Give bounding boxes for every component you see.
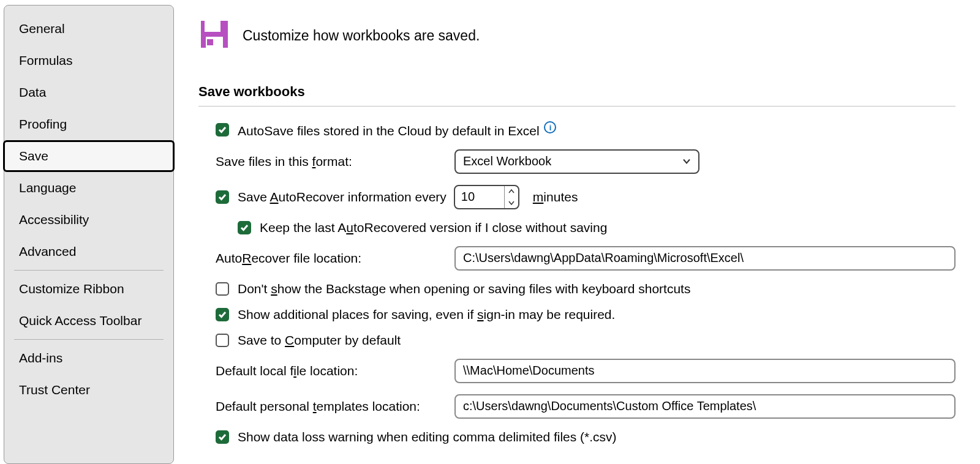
save-computer-label: Save to Computer by default xyxy=(238,333,401,348)
sidebar-item-formulas[interactable]: Formulas xyxy=(4,45,173,77)
keep-last-row: Keep the last AutoRecovered version if I… xyxy=(198,220,956,235)
backstage-checkbox[interactable] xyxy=(216,282,229,296)
section-divider xyxy=(198,106,956,107)
sidebar-item-customize-ribbon[interactable]: Customize Ribbon xyxy=(4,273,173,305)
sidebar-item-accessibility[interactable]: Accessibility xyxy=(4,204,173,236)
backstage-label: Don't show the Backstage when opening or… xyxy=(238,282,690,296)
sidebar-item-proofing[interactable]: Proofing xyxy=(4,108,173,140)
backstage-row: Don't show the Backstage when opening or… xyxy=(198,282,956,296)
additional-places-checkbox[interactable] xyxy=(216,308,229,321)
info-icon[interactable]: i xyxy=(544,121,556,133)
autorecover-interval-spinner[interactable]: 10 xyxy=(454,185,519,209)
spinner-up-button[interactable] xyxy=(505,186,518,197)
sidebar-item-language[interactable]: Language xyxy=(4,172,173,204)
sidebar-item-general[interactable]: General xyxy=(4,13,173,45)
sidebar-item-data[interactable]: Data xyxy=(4,77,173,108)
csv-warning-label: Show data loss warning when editing comm… xyxy=(238,430,617,444)
additional-places-row: Show additional places for saving, even … xyxy=(198,307,956,322)
save-icon xyxy=(198,18,230,53)
local-location-input[interactable]: \\Mac\Home\Documents xyxy=(454,359,956,383)
autosave-checkbox[interactable] xyxy=(216,123,229,137)
page-header: Customize how workbooks are saved. xyxy=(198,18,956,53)
section-title: Save workbooks xyxy=(198,84,956,100)
templates-location-label: Default personal templates location: xyxy=(216,399,454,414)
local-location-label: Default local file location: xyxy=(216,364,454,378)
file-format-select[interactable]: Excel Workbook xyxy=(454,149,699,174)
autorecover-checkbox[interactable] xyxy=(216,190,229,204)
autosave-row: AutoSave files stored in the Cloud by de… xyxy=(198,121,956,138)
additional-places-label: Show additional places for saving, even … xyxy=(238,307,615,322)
csv-warning-checkbox[interactable] xyxy=(216,430,229,444)
minutes-label: minutes xyxy=(533,190,578,204)
svg-rect-1 xyxy=(205,21,221,32)
templates-location-input[interactable]: c:\Users\dawng\Documents\Custom Office T… xyxy=(454,394,956,419)
autorecover-location-row: AutoRecover file location: C:\Users\dawn… xyxy=(198,246,956,271)
keep-last-label: Keep the last AutoRecovered version if I… xyxy=(260,220,607,235)
autorecover-location-input[interactable]: C:\Users\dawng\AppData\Roaming\Microsoft… xyxy=(454,246,956,271)
content-pane: Customize how workbooks are saved. Save … xyxy=(174,0,980,464)
sidebar: General Formulas Data Proofing Save Lang… xyxy=(4,5,174,464)
sidebar-separator-2 xyxy=(14,339,164,340)
keep-last-checkbox[interactable] xyxy=(238,221,251,234)
autosave-label: AutoSave files stored in the Cloud by de… xyxy=(238,121,556,138)
page-title: Customize how workbooks are saved. xyxy=(243,28,480,44)
chevron-down-icon xyxy=(682,154,691,168)
file-format-row: Save files in this format: Excel Workboo… xyxy=(198,149,956,174)
autorecover-label: Save AutoRecover information every xyxy=(238,190,447,204)
sidebar-item-save[interactable]: Save xyxy=(3,140,175,172)
file-format-label: Save files in this format: xyxy=(216,154,454,169)
autorecover-row: Save AutoRecover information every 10 mi… xyxy=(198,185,956,209)
save-computer-checkbox[interactable] xyxy=(216,334,229,347)
sidebar-item-quick-access-toolbar[interactable]: Quick Access Toolbar xyxy=(4,305,173,337)
svg-rect-3 xyxy=(207,39,213,45)
sidebar-item-add-ins[interactable]: Add-ins xyxy=(4,342,173,374)
templates-location-row: Default personal templates location: c:\… xyxy=(198,394,956,419)
autorecover-location-label: AutoRecover file location: xyxy=(216,251,454,266)
save-computer-row: Save to Computer by default xyxy=(198,333,956,348)
sidebar-item-advanced[interactable]: Advanced xyxy=(4,236,173,268)
sidebar-separator-1 xyxy=(14,270,164,271)
csv-warning-row: Show data loss warning when editing comm… xyxy=(198,430,956,444)
sidebar-item-trust-center[interactable]: Trust Center xyxy=(4,374,173,406)
local-location-row: Default local file location: \\Mac\Home\… xyxy=(198,359,956,383)
spinner-down-button[interactable] xyxy=(505,197,518,208)
